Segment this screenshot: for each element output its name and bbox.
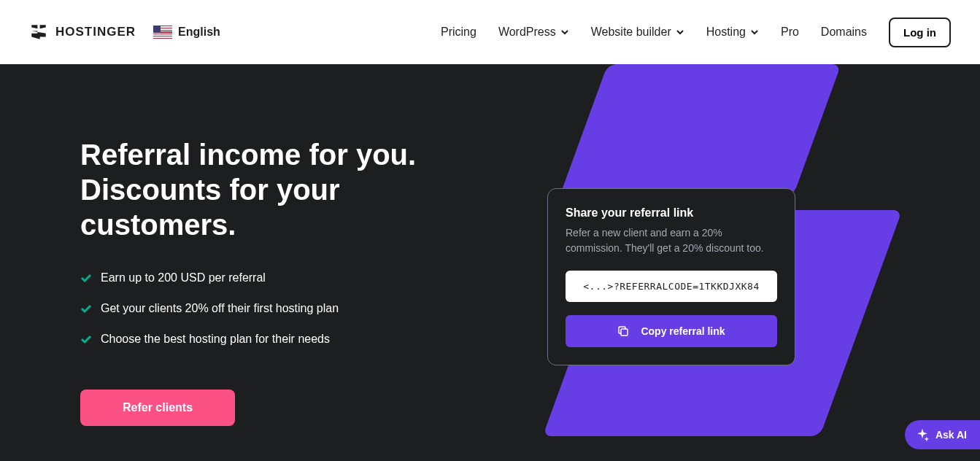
copy-icon [617, 325, 629, 337]
flag-icon [153, 26, 172, 39]
logo-text: HOSTINGER [55, 25, 136, 39]
chevron-down-icon [560, 28, 569, 36]
nav-label: Pricing [441, 26, 477, 39]
copy-referral-link-button[interactable]: Copy referral link [566, 315, 777, 347]
decorative-shape [560, 64, 841, 195]
benefits-list: Earn up to 200 USD per referral Get your… [80, 271, 474, 346]
nav-label: Hosting [706, 26, 746, 39]
copy-button-label: Copy referral link [641, 325, 725, 337]
referral-code-display[interactable]: <...>?REFERRALCODE=1TKKDJXK84 [566, 271, 777, 302]
ai-sparkle-icon [915, 427, 930, 442]
nav-label: Website builder [591, 26, 671, 39]
nav-label: WordPress [498, 26, 556, 39]
nav-label: Domains [821, 26, 867, 39]
benefit-item: Choose the best hosting plan for their n… [80, 333, 474, 346]
nav-label: Pro [781, 26, 799, 39]
nav-pro[interactable]: Pro [781, 26, 799, 39]
hero-content: Referral income for you. Discounts for y… [80, 137, 474, 426]
header-left: HOSTINGER English [29, 23, 220, 42]
benefit-text: Get your clients 20% off their first hos… [101, 302, 339, 315]
check-icon [80, 333, 92, 345]
benefit-text: Earn up to 200 USD per referral [101, 271, 266, 284]
nav-hosting[interactable]: Hosting [706, 26, 759, 39]
language-label: English [178, 26, 220, 39]
chevron-down-icon [750, 28, 759, 36]
logo[interactable]: HOSTINGER [29, 23, 136, 42]
refer-clients-button[interactable]: Refer clients [80, 390, 235, 426]
benefit-item: Earn up to 200 USD per referral [80, 271, 474, 284]
svg-rect-0 [621, 329, 628, 336]
ask-ai-button[interactable]: Ask AI [905, 420, 980, 449]
check-icon [80, 272, 92, 284]
ask-ai-label: Ask AI [935, 429, 967, 441]
hero-title: Referral income for you. Discounts for y… [80, 137, 474, 242]
language-selector[interactable]: English [153, 26, 220, 39]
referral-card: Share your referral link Refer a new cli… [547, 188, 795, 365]
benefit-text: Choose the best hosting plan for their n… [101, 333, 330, 346]
header-right: Pricing WordPress Website builder Hostin… [441, 18, 951, 47]
hero-section: Referral income for you. Discounts for y… [0, 64, 980, 461]
nav-website-builder[interactable]: Website builder [591, 26, 684, 39]
nav-wordpress[interactable]: WordPress [498, 26, 569, 39]
header: HOSTINGER English Pricing WordPress Webs… [0, 0, 980, 64]
card-description: Refer a new client and earn a 20% commis… [566, 225, 777, 256]
nav-pricing[interactable]: Pricing [441, 26, 477, 39]
hero-visual: Share your referral link Refer a new cli… [474, 137, 839, 426]
benefit-item: Get your clients 20% off their first hos… [80, 302, 474, 315]
chevron-down-icon [676, 28, 684, 36]
check-icon [80, 303, 92, 314]
card-title: Share your referral link [566, 206, 777, 220]
login-button[interactable]: Log in [889, 18, 951, 47]
nav-domains[interactable]: Domains [821, 26, 867, 39]
logo-icon [29, 23, 48, 42]
